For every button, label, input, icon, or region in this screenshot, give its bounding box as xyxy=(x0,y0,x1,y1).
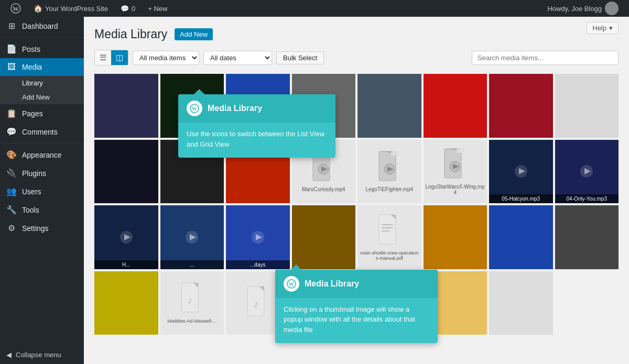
all-dates-select[interactable]: All dates January 2015 December 2014 xyxy=(203,51,272,65)
all-media-select[interactable]: All media items Images Audio Video Docum… xyxy=(133,51,199,65)
media-item[interactable]: ♪ Maddies-Ad-Maxwell-... xyxy=(160,271,224,335)
media-item[interactable] xyxy=(292,205,356,269)
page-title: Media Library xyxy=(94,27,167,41)
add-new-button[interactable]: Add New xyxy=(175,28,213,40)
media-icon: 🖼 xyxy=(6,62,17,72)
tooltip2-header: W Media Library xyxy=(275,270,438,298)
media-item[interactable] xyxy=(489,271,553,335)
sidebar-item-media[interactable]: 🖼 Media xyxy=(0,58,84,76)
tooltip2-title: Media Library xyxy=(305,279,359,289)
audio-label: 04-Only-You.mp3 xyxy=(555,194,619,203)
video-file-icon xyxy=(376,150,403,184)
help-chevron-icon: ▾ xyxy=(609,24,613,32)
new-content-link[interactable]: + New xyxy=(143,0,172,17)
media-item[interactable]: LegoTIEFighter.mp4 xyxy=(357,140,421,204)
sidebar-item-tools[interactable]: 🔧 Tools xyxy=(0,201,84,219)
sidebar-item-pages[interactable]: 📋 Pages xyxy=(0,104,84,123)
audio-plain-icon: ♪ xyxy=(245,285,271,320)
audio-label: H... xyxy=(94,260,158,269)
svg-text:♪: ♪ xyxy=(253,298,258,310)
wp-logo[interactable]: W xyxy=(5,0,26,17)
submenu-add-new[interactable]: Add New xyxy=(0,90,84,104)
collapse-menu-button[interactable]: ◀ Collapse menu xyxy=(0,346,84,364)
main-content: Help ▾ Media Library Add New ☰ ◫ All med… xyxy=(84,17,629,364)
media-item[interactable] xyxy=(357,74,421,138)
comments-menu-icon: 💬 xyxy=(6,127,17,137)
svg-rect-11 xyxy=(391,151,398,156)
media-item[interactable]: ... xyxy=(160,205,224,269)
grid-view-icon: ◫ xyxy=(116,53,123,62)
list-view-icon: ☰ xyxy=(100,53,106,62)
doc-file-icon xyxy=(376,214,403,248)
video-file-label: LegoStarWarsX-Wing.mp4 xyxy=(424,184,487,195)
media-item[interactable] xyxy=(489,74,553,138)
tooltip1-body: Use the icons to switch between the List… xyxy=(178,123,335,158)
svg-text:W: W xyxy=(289,281,294,286)
page-header: Media Library Add New xyxy=(94,27,619,41)
music-doc-label: Maddies-Ad-Maxwell-... xyxy=(165,318,219,324)
audio-label: 05-Halcyon.mp3 xyxy=(489,194,553,203)
media-item[interactable] xyxy=(555,205,619,269)
posts-icon: 📄 xyxy=(6,44,17,54)
admin-bar: W 🏠 Your WordPress Site 💬 0 + New Howdy,… xyxy=(0,0,629,17)
doc-file-label: main-shuttle-crew-operations-manual.pdf xyxy=(357,250,421,261)
comments-link[interactable]: 💬 0 xyxy=(115,0,140,17)
media-item[interactable] xyxy=(94,271,158,335)
media-toolbar: ☰ ◫ All media items Images Audio Video D… xyxy=(94,50,619,65)
dashboard-icon: ⊞ xyxy=(6,21,17,31)
tooltip2-logo: W xyxy=(284,276,299,292)
svg-rect-32 xyxy=(382,227,393,228)
site-name[interactable]: 🏠 Your WordPress Site xyxy=(28,0,113,17)
media-item[interactable] xyxy=(94,74,158,138)
audio-label: ...days xyxy=(226,260,290,269)
sidebar-item-comments[interactable]: 💬 Comments xyxy=(0,123,84,141)
appearance-icon: 🎨 xyxy=(6,150,17,160)
plugins-icon: 🔌 xyxy=(6,168,17,178)
help-button[interactable]: Help ▾ xyxy=(587,22,619,34)
svg-rect-33 xyxy=(382,230,390,231)
media-item[interactable]: LegoStarWarsX-Wing.mp4 xyxy=(424,140,487,204)
media-item[interactable] xyxy=(94,140,158,204)
list-view-button[interactable]: ☰ xyxy=(95,50,111,65)
svg-text:W: W xyxy=(13,5,19,13)
media-item[interactable]: 04-Only-You.mp3 xyxy=(555,140,619,204)
media-submenu: Library Add New xyxy=(0,76,84,104)
media-item[interactable] xyxy=(424,205,487,269)
sidebar-item-users[interactable]: 👥 Users xyxy=(0,182,84,201)
svg-text:W: W xyxy=(192,106,197,112)
media-item[interactable] xyxy=(555,74,619,138)
sidebar-item-plugins[interactable]: 🔌 Plugins xyxy=(0,164,84,182)
grid-view-button[interactable]: ◫ xyxy=(111,50,128,65)
sidebar-item-appearance[interactable]: 🎨 Appearance xyxy=(0,146,84,164)
media-item[interactable]: 05-Halcyon.mp3 xyxy=(489,140,553,204)
sidebar-item-settings[interactable]: ⚙ Settings xyxy=(0,219,84,237)
bulk-select-button[interactable]: Bulk Select xyxy=(276,51,324,64)
collapse-icon: ◀ xyxy=(6,351,12,359)
submenu-library[interactable]: Library xyxy=(0,76,84,90)
media-item[interactable]: H... xyxy=(94,205,158,269)
tooltip-list-grid: W Media Library Use the icons to switch … xyxy=(178,94,335,158)
settings-icon: ⚙ xyxy=(6,223,17,233)
media-item[interactable]: main-shuttle-crew-operations-manual.pdf xyxy=(357,205,421,269)
media-item[interactable]: ...days xyxy=(226,205,290,269)
search-input[interactable] xyxy=(472,51,619,65)
view-toggle: ☰ ◫ xyxy=(94,50,128,65)
tooltip1-header: W Media Library xyxy=(178,94,335,123)
sidebar: ⊞ Dashboard 📄 Posts 🖼 Media Library Add … xyxy=(0,17,84,364)
tooltip1-logo: W xyxy=(187,101,202,116)
audio-label: ... xyxy=(160,260,224,269)
comments-icon: 💬 xyxy=(121,5,129,13)
svg-rect-31 xyxy=(382,224,393,225)
svg-text:♪: ♪ xyxy=(187,294,192,306)
media-item[interactable] xyxy=(489,205,553,269)
sidebar-item-dashboard[interactable]: ⊞ Dashboard xyxy=(0,17,84,35)
tools-icon: 🔧 xyxy=(6,205,17,215)
pages-icon: 📋 xyxy=(6,108,17,118)
howdy-user[interactable]: Howdy, Joe Blogg xyxy=(547,2,624,15)
video-file-icon xyxy=(442,148,468,182)
svg-rect-29 xyxy=(379,215,396,244)
media-item[interactable] xyxy=(424,74,487,138)
sidebar-item-posts[interactable]: 📄 Posts xyxy=(0,40,84,58)
users-icon: 👥 xyxy=(6,186,17,196)
music-doc-icon: ♪ xyxy=(179,282,205,316)
